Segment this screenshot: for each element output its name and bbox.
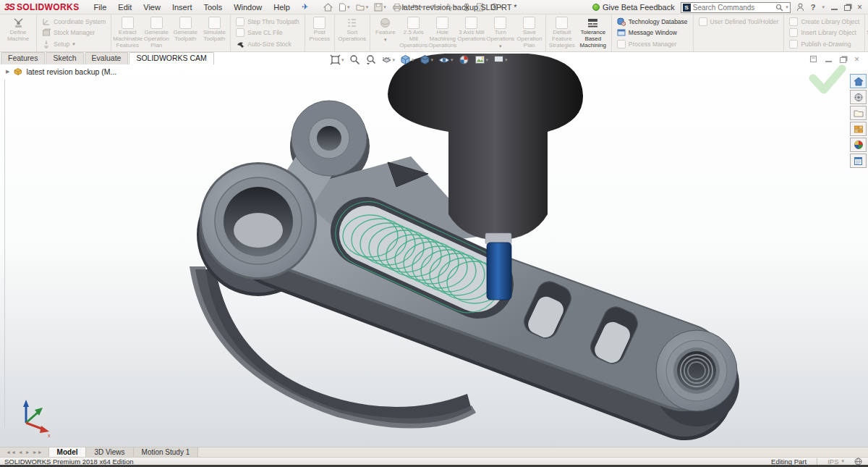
solidworks-resources-button[interactable]	[850, 74, 867, 88]
default-feature-strategies-button[interactable]: Default Feature Strategies	[548, 15, 576, 51]
section-view-dropdown-icon[interactable]: ▾	[393, 57, 396, 63]
view-orientation-dropdown-icon[interactable]: ▾	[412, 57, 414, 63]
menu-edit[interactable]: Edit	[112, 0, 137, 14]
generate-toolpath-button[interactable]: Generate Toolpath	[171, 15, 200, 51]
apply-scene-icon[interactable]: ▾	[475, 55, 489, 64]
display-style-icon[interactable]: ▾	[420, 54, 434, 65]
minimize-button[interactable]	[831, 4, 838, 10]
close-button[interactable]: ×	[857, 4, 862, 11]
tree-expand-icon[interactable]: ▶	[6, 69, 9, 75]
menu-view[interactable]: View	[137, 0, 166, 14]
feature-dropdown-icon[interactable]: ▾	[384, 37, 387, 43]
search-scope-icon[interactable]: S	[683, 4, 691, 12]
menu-insert[interactable]: Insert	[166, 0, 198, 14]
menu-window[interactable]: Window	[228, 0, 268, 14]
auto-size-stock-button[interactable]: Auto-Size Stock	[234, 39, 302, 50]
tab-nav-last-icon[interactable]: ►►	[33, 450, 43, 455]
document-restore-button[interactable]	[840, 57, 846, 63]
generate-operation-plan-button[interactable]: Generate Operation Plan	[142, 15, 171, 51]
view-settings-icon[interactable]: ▾	[493, 55, 508, 64]
tab-motion-study-1[interactable]: Motion Study 1	[134, 447, 199, 457]
units-dropdown-icon[interactable]: ▾	[841, 458, 844, 464]
document-close-button[interactable]: ×	[854, 56, 859, 63]
restore-button[interactable]	[844, 5, 851, 11]
display-style-dropdown-icon[interactable]: ▾	[431, 57, 434, 63]
help-menu-icon[interactable]: ?	[811, 3, 816, 12]
document-icon[interactable]	[809, 55, 817, 63]
feature-tree-splitter[interactable]	[4, 80, 5, 427]
hide-show-dropdown-icon[interactable]: ▾	[451, 57, 454, 63]
menu-tools[interactable]: Tools	[197, 0, 228, 14]
pin-menu-icon[interactable]: ✈	[296, 2, 314, 12]
document-minimize-button[interactable]	[825, 56, 832, 62]
custom-properties-button[interactable]	[850, 153, 867, 168]
axis25-mill-operations-button[interactable]: 2.5 Axis Mill Operations	[399, 15, 428, 51]
view-palette-button[interactable]	[850, 122, 867, 136]
new-dropdown-icon[interactable]: ▾	[347, 4, 350, 10]
zoom-to-fit-dropdown-icon[interactable]: ▾	[341, 57, 344, 63]
search-input[interactable]	[693, 4, 773, 12]
publish-edrawing-button[interactable]: Publish e-Drawing	[787, 39, 861, 50]
model-scene[interactable]: x	[0, 52, 868, 447]
login-user-icon[interactable]	[796, 3, 804, 12]
view-settings-dropdown-icon[interactable]: ▾	[505, 57, 508, 63]
tab-solidworks-cam[interactable]: SOLIDWORKS CAM	[129, 52, 213, 64]
save-dropdown-icon[interactable]: ▾	[383, 4, 386, 10]
turn-operations-button[interactable]: Turn Operations ▾	[486, 15, 515, 51]
sort-operations-button[interactable]: Sort Operations	[336, 15, 368, 51]
post-process-button[interactable]: Post Process	[307, 15, 333, 51]
tab-scroll-arrows[interactable]: ◄◄ ◄ ► ►►	[0, 447, 49, 457]
open-dropdown-icon[interactable]: ▾	[366, 4, 369, 10]
menu-file[interactable]: File	[88, 0, 113, 14]
apply-scene-dropdown-icon[interactable]: ▾	[486, 57, 489, 63]
search-dropdown-icon[interactable]: ▾	[786, 4, 788, 10]
insert-library-object-button[interactable]: Insert Library Object	[787, 28, 861, 38]
hide-show-items-icon[interactable]: ▾	[438, 55, 454, 65]
tab-evaluate[interactable]: Evaluate	[85, 52, 129, 64]
tab-nav-prev-icon[interactable]: ◄	[18, 450, 23, 455]
setup-dropdown-icon[interactable]: ▾	[72, 41, 75, 47]
feature-button[interactable]: Feature ▾	[372, 15, 399, 51]
give-beta-feedback-button[interactable]: Give Beta Feedback	[592, 3, 675, 12]
tab-features[interactable]: Features	[1, 52, 45, 64]
save-operation-plan-button[interactable]: Save Operation Plan	[515, 15, 544, 51]
section-view-icon[interactable]: ▾	[381, 54, 396, 65]
menu-help[interactable]: Help	[268, 0, 296, 14]
design-library-button[interactable]	[850, 90, 867, 104]
define-machine-button[interactable]: Define Machine	[1, 15, 35, 51]
tab-nav-first-icon[interactable]: ◄◄	[6, 450, 16, 455]
previous-view-icon[interactable]	[365, 54, 376, 65]
technology-database-button[interactable]: Technology Database	[615, 16, 690, 27]
zoom-to-fit-icon[interactable]: ▾	[330, 54, 344, 65]
tab-model[interactable]: Model	[49, 447, 87, 457]
tab-nav-next-icon[interactable]: ►	[25, 450, 30, 455]
tab-3d-views[interactable]: 3D Views	[86, 447, 133, 457]
view-orientation-icon[interactable]: ▾	[400, 54, 414, 65]
process-manager-button[interactable]: Process Manager	[615, 39, 690, 50]
user-defined-tool-holder-button[interactable]: User Defined Tool/Holder	[697, 16, 781, 27]
setup-button[interactable]: Setup ▾	[40, 39, 108, 50]
help-dropdown-icon[interactable]: ▾	[822, 4, 825, 10]
tags-globe-icon[interactable]	[854, 458, 862, 466]
search-commands-box[interactable]: S ▾	[681, 2, 791, 13]
file-explorer-button[interactable]	[850, 106, 867, 120]
tab-sketch[interactable]: Sketch	[46, 52, 83, 64]
stock-manager-button[interactable]: Stock Manager	[40, 28, 108, 38]
home-icon[interactable]	[321, 2, 335, 12]
create-library-object-button[interactable]: Create Library Object	[787, 16, 861, 27]
message-window-button[interactable]: Message Window	[615, 28, 690, 38]
open-icon[interactable]: ▾	[354, 2, 371, 12]
appearances-scenes-button[interactable]	[850, 138, 867, 152]
units-selector[interactable]: IPS ▾	[827, 458, 844, 466]
edit-appearance-icon[interactable]	[459, 54, 469, 65]
extract-machinable-features-button[interactable]: Extract Machinable Features	[113, 15, 142, 51]
hole-machining-operations-button[interactable]: Hole Machining Operations	[428, 15, 457, 51]
step-thru-toolpath-button[interactable]: Step Thru Toolpath	[234, 16, 302, 27]
zoom-to-area-icon[interactable]	[349, 54, 360, 65]
feature-tree-root[interactable]: ▶ latest revision backup (M...	[6, 67, 116, 76]
turn-operations-dropdown-icon[interactable]: ▾	[499, 43, 502, 49]
coordinate-system-button[interactable]: Coordinate System	[40, 16, 108, 27]
tolerance-based-machining-button[interactable]: Tolerance Based Machining	[576, 15, 610, 51]
save-cl-file-button[interactable]: Save CL File	[234, 28, 302, 38]
graphics-area[interactable]: x ▶ latest revision backup (M... ▾ ▾ ▾ ▾	[0, 52, 868, 447]
